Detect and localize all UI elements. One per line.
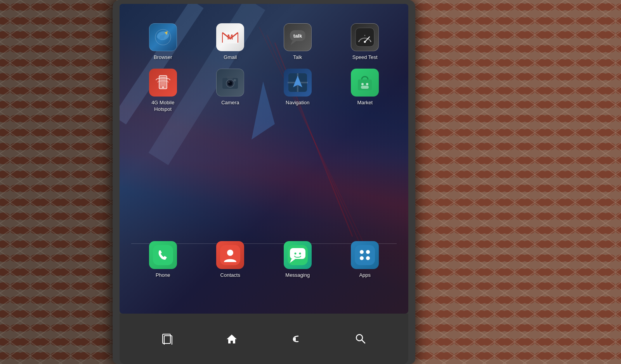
- search-button[interactable]: [351, 329, 370, 348]
- phone-icon: [149, 241, 177, 269]
- app-item-messaging[interactable]: Messaging: [266, 241, 330, 279]
- hardware-nav-bar: [120, 314, 408, 364]
- svg-rect-33: [227, 76, 233, 79]
- svg-text:M: M: [227, 33, 233, 41]
- app-item-market[interactable]: Market: [333, 69, 397, 113]
- svg-point-53: [294, 253, 296, 255]
- svg-rect-30: [160, 77, 166, 86]
- app-item-talk[interactable]: talk Talk: [266, 23, 330, 61]
- talk-icon: talk: [284, 23, 312, 51]
- apps-label: Apps: [359, 272, 371, 279]
- app-item-gmail[interactable]: M Gmail: [199, 23, 262, 61]
- messaging-label: Messaging: [285, 272, 310, 279]
- browser-icon: [149, 23, 177, 51]
- speedtest-label: Speed Test: [352, 54, 378, 61]
- svg-rect-9: [408, 0, 621, 364]
- phone-device: Browser M Gmail: [113, 0, 415, 364]
- gmail-icon: M: [216, 23, 244, 51]
- svg-point-57: [366, 250, 370, 254]
- svg-point-44: [361, 83, 364, 85]
- app-grid-row1: Browser M Gmail: [120, 16, 408, 121]
- contacts-label: Contacts: [220, 272, 240, 279]
- speedtest-icon: [351, 23, 379, 51]
- svg-marker-21: [291, 41, 296, 45]
- phone-screen: Browser M Gmail: [120, 4, 408, 314]
- market-icon: [351, 69, 379, 97]
- talk-label: Talk: [293, 54, 302, 61]
- app-item-browser[interactable]: Browser: [131, 23, 195, 61]
- contacts-icon: [216, 241, 244, 269]
- svg-point-58: [360, 256, 364, 260]
- app-item-contacts[interactable]: Contacts: [199, 241, 262, 279]
- svg-point-54: [299, 253, 301, 255]
- hotspot-label: 4G Mobile Hotspot: [151, 100, 174, 113]
- messaging-icon: [284, 241, 312, 269]
- svg-rect-55: [355, 245, 375, 265]
- app-item-camera[interactable]: Camera: [199, 69, 262, 113]
- svg-rect-8: [0, 0, 116, 364]
- navigation-label: Navigation: [286, 100, 309, 106]
- svg-rect-46: [361, 86, 369, 89]
- hotspot-icon: [149, 69, 177, 97]
- app-dock: Phone Contacts: [120, 237, 408, 283]
- svg-rect-47: [153, 245, 173, 265]
- svg-point-56: [360, 250, 364, 254]
- svg-point-59: [366, 256, 370, 260]
- browser-label: Browser: [154, 54, 172, 61]
- svg-point-49: [227, 250, 233, 256]
- navigation-icon: [284, 69, 312, 97]
- back-button[interactable]: [286, 329, 306, 348]
- gmail-label: Gmail: [224, 54, 237, 61]
- svg-marker-62: [227, 335, 237, 343]
- home-button[interactable]: [222, 329, 241, 348]
- recent-apps-button[interactable]: [158, 329, 177, 348]
- svg-point-37: [229, 81, 230, 83]
- svg-rect-23: [356, 28, 374, 47]
- svg-line-65: [362, 340, 365, 343]
- camera-label: Camera: [221, 100, 239, 106]
- svg-point-38: [234, 79, 236, 81]
- svg-point-31: [162, 86, 164, 88]
- svg-point-28: [364, 41, 366, 43]
- app-item-hotspot[interactable]: 4G Mobile Hotspot: [131, 69, 195, 113]
- app-item-speedtest[interactable]: Speed Test: [333, 23, 397, 61]
- app-item-navigation[interactable]: Navigation: [266, 69, 330, 113]
- svg-point-45: [366, 83, 368, 85]
- app-item-phone[interactable]: Phone: [131, 241, 195, 279]
- market-label: Market: [357, 100, 373, 106]
- svg-text:talk: talk: [293, 33, 302, 39]
- app-item-apps[interactable]: Apps: [333, 241, 397, 279]
- camera-icon: [216, 69, 244, 97]
- apps-icon: [351, 241, 379, 269]
- phone-label: Phone: [156, 272, 170, 279]
